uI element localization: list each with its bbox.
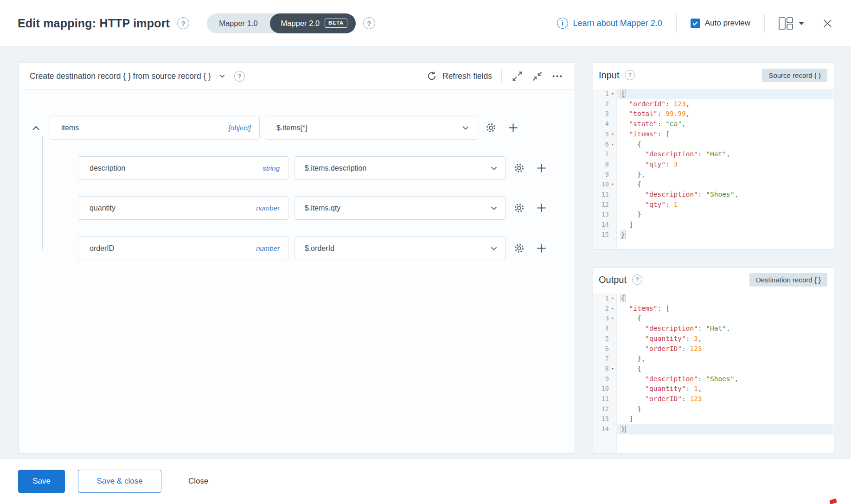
help-icon-mapper-toggle[interactable]: ? <box>363 17 375 29</box>
help-icon-output[interactable]: ? <box>632 274 642 285</box>
mapper-version-toggle: Mapper 1.0 Mapper 2.0 BETA <box>207 13 356 33</box>
input-code-editor[interactable]: 1▾{2"orderId": 123,3"total": 99.99,4"sta… <box>593 89 833 249</box>
layout-columns-icon <box>779 17 793 30</box>
help-icon-mapper-panel[interactable]: ? <box>234 71 245 82</box>
modal-footer: Save Save & close Close <box>0 458 851 504</box>
field-type-label: [object] <box>229 124 251 132</box>
destination-field[interactable]: description string <box>78 156 288 180</box>
chevron-up-icon <box>30 122 42 134</box>
modal-header: Edit mapping: HTTP import ? Mapper 1.0 M… <box>0 0 851 47</box>
divider <box>764 14 765 32</box>
auto-preview-checkbox[interactable] <box>691 19 700 28</box>
chevron-down-icon <box>489 163 499 175</box>
gear-icon <box>513 242 525 255</box>
field-type-label: number <box>256 244 280 252</box>
field-type-label: string <box>262 164 280 172</box>
divider <box>676 14 677 32</box>
expand-icon <box>511 70 524 83</box>
mapper-panel-actions: Refresh fields <box>426 70 563 83</box>
toggle-mapper-1-button[interactable]: Mapper 1.0 <box>207 13 269 33</box>
collapse-row-caret[interactable] <box>30 122 42 134</box>
add-row-button[interactable] <box>535 242 548 255</box>
page-title: Edit mapping: HTTP import <box>18 17 170 30</box>
refresh-icon <box>426 70 437 82</box>
chevron-down-icon <box>799 22 804 25</box>
toggle-mapper-2-label: Mapper 2.0 <box>281 19 320 28</box>
info-icon: i <box>557 18 568 29</box>
learn-about-link[interactable]: Learn about Mapper 2.0 <box>573 19 662 28</box>
add-row-button[interactable] <box>507 121 519 134</box>
chevron-down-icon <box>489 243 499 255</box>
save-and-close-button[interactable]: Save & close <box>78 470 161 493</box>
source-field-value: $.orderId <box>305 244 334 253</box>
help-icon[interactable]: ? <box>177 17 189 29</box>
destination-field[interactable]: quantity number <box>78 196 288 220</box>
destination-field[interactable]: orderID number <box>78 236 288 260</box>
refresh-fields-button[interactable]: Refresh fields <box>426 70 492 82</box>
output-panel-title: Output <box>599 274 627 285</box>
add-row-button[interactable] <box>535 202 548 214</box>
close-icon[interactable] <box>822 18 833 29</box>
source-field-dropdown[interactable]: $.orderId <box>294 236 505 260</box>
ellipsis-icon <box>551 70 563 83</box>
output-code-editor[interactable]: 1▾{2▾"items": [3▾{4"description": "Hat",… <box>593 293 833 453</box>
save-button[interactable]: Save <box>18 470 65 493</box>
row-settings-button[interactable] <box>513 202 525 214</box>
tree-indent-line <box>42 136 43 249</box>
source-field-dropdown[interactable]: $.items.qty <box>294 196 505 220</box>
output-panel-header: Output ? Destination record { } <box>593 268 834 292</box>
refresh-fields-label: Refresh fields <box>442 71 492 81</box>
collapse-icon <box>531 70 544 83</box>
destination-field-name: items <box>61 124 79 132</box>
plus-icon <box>507 121 519 134</box>
field-type-label: number <box>256 204 280 212</box>
plus-icon <box>535 242 548 255</box>
toggle-mapper-2-button[interactable]: Mapper 2.0 BETA <box>270 13 356 33</box>
more-actions-button[interactable] <box>551 70 563 83</box>
input-panel-header: Input ? Source record { } <box>593 63 834 87</box>
source-field-value: $.items.qty <box>305 204 340 212</box>
row-settings-button[interactable] <box>513 162 525 174</box>
auto-preview-label[interactable]: Auto preview <box>705 19 750 28</box>
source-field-value: $.items.description <box>305 164 366 172</box>
close-button[interactable]: Close <box>183 470 214 493</box>
collapse-all-button[interactable] <box>531 70 544 83</box>
add-row-button[interactable] <box>535 162 548 174</box>
destination-record-badge: Destination record { } <box>749 273 827 287</box>
record-type-dropdown[interactable] <box>218 71 227 81</box>
chevron-down-icon <box>461 123 471 135</box>
plus-icon <box>535 162 548 174</box>
source-field-dropdown[interactable]: $.items[*] <box>266 116 477 140</box>
chevron-down-icon <box>489 203 499 215</box>
destination-field-name: quantity <box>90 204 115 212</box>
mapper-panel-title: Create destination record { } from sourc… <box>30 71 211 81</box>
beta-badge: BETA <box>325 19 347 28</box>
destination-field-name: orderID <box>90 244 114 253</box>
source-field-value: $.items[*] <box>276 124 307 132</box>
source-record-badge: Source record { } <box>762 69 827 82</box>
input-panel: Input ? Source record { } 1▾{2"orderId":… <box>593 63 834 250</box>
row-settings-button[interactable] <box>485 121 497 134</box>
plus-icon <box>535 202 548 214</box>
gear-icon <box>513 162 525 174</box>
destination-field-name: description <box>90 164 125 172</box>
help-icon-input[interactable]: ? <box>625 70 635 80</box>
input-panel-title: Input <box>599 70 619 81</box>
divider <box>501 70 502 83</box>
mapper-panel-header: Create destination record { } from sourc… <box>19 63 575 89</box>
row-settings-button[interactable] <box>513 242 525 255</box>
mapping-editor-modal: Edit mapping: HTTP import ? Mapper 1.0 M… <box>0 0 851 504</box>
mapper-panel: Create destination record { } from sourc… <box>18 63 575 453</box>
check-icon <box>691 19 699 27</box>
output-panel: Output ? Destination record { } 1▾{2▾"it… <box>593 267 834 453</box>
source-field-dropdown[interactable]: $.items.description <box>294 156 505 180</box>
mapper-rows-area: items [object] $.items[*] <box>19 89 575 453</box>
gear-icon <box>513 202 525 214</box>
layout-toggle-button[interactable] <box>779 17 804 30</box>
gear-icon <box>485 121 497 134</box>
expand-all-button[interactable] <box>511 70 524 83</box>
destination-field[interactable]: items [object] <box>50 116 260 140</box>
